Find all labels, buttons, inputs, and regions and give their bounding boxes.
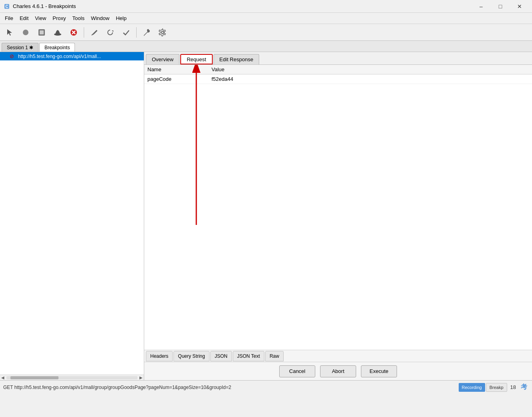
status-indicators: Recording Breakp 18 考 [459,383,529,392]
chinese-char: 考 [519,383,529,391]
cancel-button[interactable]: Cancel [279,365,315,377]
bottom-tab-bar: Headers Query String JSON JSON Text Raw [144,350,532,362]
col-value-header: Value [208,65,532,74]
annotation-arrow [144,65,532,225]
session-tab-breakpoints[interactable]: Breakpoints [39,43,75,52]
breakpoints-indicator[interactable]: Breakp [486,383,507,392]
right-panel: Overview Request Edit Response Name Valu… [144,52,532,380]
tools-button[interactable] [139,26,154,39]
col-name-header: Name [144,65,208,74]
settings-button[interactable] [155,26,170,39]
scroll-thumb[interactable] [10,376,58,379]
menu-bar: File Edit View Proxy Tools Window Help [0,13,532,24]
tab-query-string[interactable]: Query String [173,351,209,361]
arrow-tool-button[interactable] [2,26,17,39]
record-button[interactable] [18,26,33,39]
status-bar: GET http://h5.test.feng-go.com/api/v1/ma… [0,380,532,394]
throttle-button[interactable] [34,26,49,39]
request-table-area: Name Value pageCode f52eda44 [144,65,532,350]
pen-button[interactable] [87,26,101,39]
toolbar-sep-1 [84,27,84,38]
tab-json-text[interactable]: JSON Text [233,351,264,361]
pen-icon [90,28,98,36]
tab-headers[interactable]: Headers [146,351,173,361]
wrench-icon [142,28,151,37]
gear-icon [158,28,167,37]
tab-overview[interactable]: Overview [146,54,179,64]
svg-marker-11 [112,30,113,32]
record-icon [22,28,30,36]
minimize-button[interactable]: – [472,0,490,13]
check-button[interactable] [119,26,133,39]
session-tab-1[interactable]: Session 1 ✱ [2,43,38,52]
status-number: 18 [508,384,518,390]
row-value-cell: f52eda44 [208,74,532,84]
refresh-button[interactable] [103,26,117,39]
content-tab-bar: Overview Request Edit Response [144,52,532,65]
scroll-left-arrow[interactable]: ◀ [0,375,6,380]
svg-rect-7 [54,34,61,34]
svg-point-3 [23,30,28,35]
svg-rect-5 [40,30,44,34]
window-title: Charles 4.6.1 - Breakpoints [13,3,472,9]
check-icon [122,28,130,36]
left-panel-scrollbar[interactable]: ◀ ▶ [0,375,144,380]
arrow-icon [6,28,14,36]
svg-text:C: C [5,4,8,9]
menu-help[interactable]: Help [113,14,130,23]
maximize-button[interactable]: □ [491,0,510,13]
svg-point-12 [148,30,149,31]
breakpoint-url: http://h5.test.feng-go.com/api/v1/mall..… [18,54,101,59]
tab-json[interactable]: JSON [210,351,232,361]
error-icon: ⊘ [10,53,14,59]
breakpoint-item[interactable]: ⊘ http://h5.test.feng-go.com/api/v1/mall… [0,52,144,60]
row-name-cell: pageCode [144,74,208,84]
svg-point-13 [161,31,164,34]
table-row: pageCode f52eda44 [144,74,532,84]
main-content: ⊘ http://h5.test.feng-go.com/api/v1/mall… [0,52,532,380]
menu-window[interactable]: Window [88,14,113,23]
stop-button[interactable] [66,26,81,39]
abort-button[interactable]: Abort [320,365,356,377]
title-bar: C Charles 4.6.1 - Breakpoints – □ ✕ [0,0,532,13]
status-text: GET http://h5.test.feng-go.com/api/v1/ma… [3,385,459,390]
menu-tools[interactable]: Tools [69,14,88,23]
tab-raw[interactable]: Raw [265,351,284,361]
window-controls: – □ ✕ [472,0,529,13]
left-panel: ⊘ http://h5.test.feng-go.com/api/v1/mall… [0,52,144,380]
menu-view[interactable]: View [32,14,49,23]
toolbar [0,24,532,41]
tab-request[interactable]: Request [180,54,212,64]
svg-marker-2 [7,29,12,36]
breakpoints-button[interactable] [50,26,65,39]
throttle-icon [37,28,46,37]
menu-proxy[interactable]: Proxy [49,14,69,23]
session-tab-1-label: Session 1 ✱ [7,45,33,50]
menu-file[interactable]: File [2,14,16,23]
hat-icon [53,28,62,37]
execute-button[interactable]: Execute [361,365,397,377]
session-tab-breakpoints-label: Breakpoints [44,45,70,50]
toolbar-sep-2 [136,27,137,38]
recording-indicator[interactable]: Recording [459,383,485,392]
scroll-right-arrow[interactable]: ▶ [138,375,144,380]
session-tab-bar: Session 1 ✱ Breakpoints [0,41,532,52]
close-button[interactable]: ✕ [510,0,529,13]
app-icon: C [3,3,10,10]
request-table: Name Value pageCode f52eda44 [144,65,532,84]
tab-edit-response[interactable]: Edit Response [214,54,260,64]
action-button-bar: Cancel Abort Execute [144,362,532,380]
menu-edit[interactable]: Edit [16,14,32,23]
refresh-icon [106,28,114,36]
stop-icon [69,28,78,37]
